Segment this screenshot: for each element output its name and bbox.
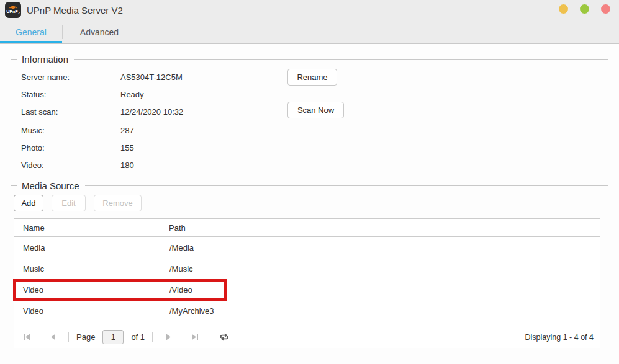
scan-now-button[interactable]: Scan Now — [287, 102, 344, 118]
media-source-table: Name Path Media /Media Music /Music Vide… — [14, 218, 600, 348]
remove-button[interactable]: Remove — [94, 195, 142, 211]
first-page-button[interactable] — [22, 332, 32, 342]
pagination-bar: Page of 1 — [14, 326, 600, 348]
cell-name: Media — [14, 243, 165, 252]
add-button[interactable]: Add — [14, 195, 43, 211]
legend-line — [85, 185, 608, 186]
legend-line — [74, 59, 608, 60]
cell-path: /Video — [165, 285, 600, 295]
window-minimize-button[interactable] — [559, 4, 568, 14]
video-count-value: 180 — [120, 161, 134, 170]
tab-advanced[interactable]: Advanced — [63, 26, 136, 37]
status-label: Status: — [21, 90, 120, 99]
cell-name: Music — [14, 264, 165, 273]
status-row: Status: Ready — [11, 86, 608, 103]
table-row-highlighted[interactable]: Video /Video — [14, 279, 600, 300]
previous-page-button[interactable] — [48, 332, 58, 342]
information-section-header: Information — [11, 53, 608, 65]
server-name-value: AS5304T-12C5M — [120, 73, 183, 82]
cell-path: /Music — [165, 264, 600, 273]
page-of-label: of 1 — [131, 332, 145, 342]
pager-separator — [68, 332, 69, 342]
page-number-input[interactable] — [102, 330, 124, 344]
photo-count-label: Photo: — [21, 143, 120, 153]
table-header-row: Name Path — [14, 219, 600, 237]
video-count-label: Video: — [21, 161, 120, 170]
tab-general[interactable]: General — [0, 26, 62, 37]
tab-bar: General Advanced — [0, 20, 619, 44]
photo-count-row: Photo: 155 — [11, 139, 608, 156]
last-scan-value: 12/24/2020 10:32 — [120, 107, 183, 117]
cell-name: Video — [14, 306, 165, 316]
music-count-label: Music: — [21, 126, 120, 135]
refresh-icon[interactable] — [219, 332, 229, 342]
pager-separator — [210, 332, 210, 342]
active-tab-indicator — [0, 41, 62, 43]
table-row[interactable]: Video /MyArchive3 — [14, 300, 600, 321]
upnp-app-icon: UPnP2 — [5, 2, 21, 18]
photo-count-value: 155 — [120, 143, 134, 153]
table-row[interactable]: Music /Music — [14, 258, 600, 279]
last-scan-label: Last scan: — [21, 107, 120, 117]
legend-dash — [11, 59, 17, 60]
rename-button[interactable]: Rename — [287, 69, 337, 86]
last-page-button[interactable] — [189, 332, 199, 342]
video-count-row: Video: 180 — [11, 156, 608, 174]
media-source-toolbar: Add Edit Remove — [14, 195, 608, 211]
general-tab-content: Information Server name: AS5304T-12C5M S… — [0, 53, 619, 348]
displaying-status: Displaying 1 - 4 of 4 — [525, 333, 595, 342]
window-title: UPnP Media Server V2 — [27, 5, 123, 16]
next-page-button[interactable] — [163, 332, 173, 342]
upnp-media-server-window: UPnP2 UPnP Media Server V2 General Advan… — [0, 0, 619, 364]
information-legend: Information — [22, 54, 68, 64]
pager-separator — [152, 332, 153, 342]
window-maximize-button[interactable] — [580, 4, 589, 14]
server-name-label: Server name: — [21, 73, 120, 82]
table-row[interactable]: Media /Media — [14, 237, 600, 258]
window-controls — [559, 4, 610, 14]
page-label: Page — [76, 332, 95, 342]
cell-name: Video — [14, 285, 165, 295]
title-bar: UPnP2 UPnP Media Server V2 — [0, 0, 619, 20]
status-value: Ready — [120, 90, 144, 99]
cell-path: /MyArchive3 — [165, 306, 600, 316]
table-body: Media /Media Music /Music Video /Video V… — [14, 237, 600, 326]
cell-path: /Media — [165, 243, 600, 252]
column-header-path[interactable]: Path — [165, 223, 600, 233]
legend-dash — [11, 185, 17, 186]
upnp-icon-label: UPnP2 — [6, 9, 19, 16]
media-source-legend: Media Source — [22, 180, 79, 191]
media-source-section-header: Media Source — [11, 179, 608, 192]
column-header-name[interactable]: Name — [14, 223, 165, 233]
edit-button[interactable]: Edit — [52, 195, 86, 211]
music-count-row: Music: 287 — [11, 122, 608, 139]
window-close-button[interactable] — [601, 4, 610, 14]
wifi-signal-icon — [9, 4, 17, 9]
music-count-value: 287 — [120, 126, 134, 135]
